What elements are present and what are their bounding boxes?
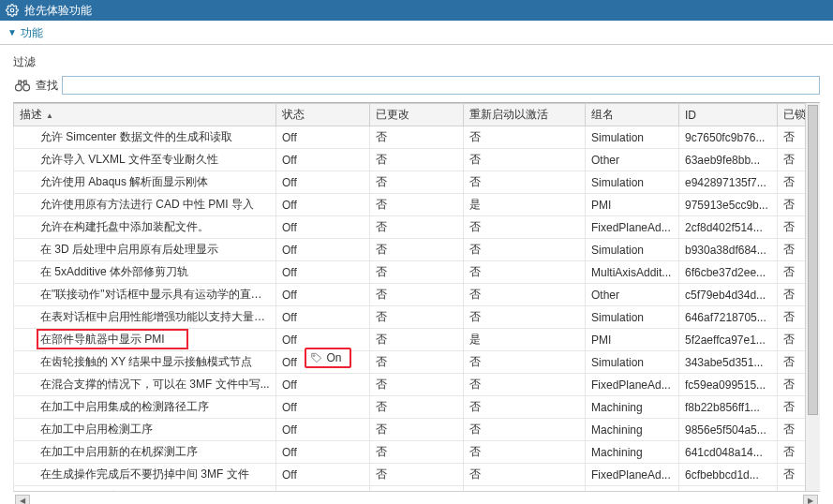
cell-state: Off (276, 441, 370, 464)
cell-locked: 否 (778, 396, 806, 419)
cell-desc: 允许 Simcenter 数据文件的生成和读取 (14, 126, 276, 149)
table-row[interactable]: 在"联接动作"对话框中显示具有运动学的直属...Off否否Otherc5f79e… (14, 284, 806, 306)
svg-point-2 (23, 84, 30, 91)
cell-locked: 否 (778, 464, 806, 486)
cell-id: 646af7218705... (679, 306, 778, 329)
table-row[interactable]: 允许使用原有方法进行 CAD 中性 PMI 导入Off否是PMI975913e5… (14, 194, 806, 216)
col-changed[interactable]: 已更改 (370, 104, 464, 126)
cell-restart: 否 (464, 149, 586, 171)
col-id[interactable]: ID (679, 104, 778, 126)
table-row[interactable]: 在表对话框中启用性能增强功能以支持大量数据Off否否Simulation646a… (14, 306, 806, 329)
sort-asc-icon: ▲ (46, 111, 53, 120)
cell-restart: 否 (464, 284, 586, 306)
col-group[interactable]: 组名 (586, 104, 679, 126)
cell-changed: 否 (370, 149, 464, 171)
table-row[interactable]: 在加工中启用检测工序Off否否Machining9856e5f504a5...否 (14, 419, 806, 441)
cell-changed: 否 (370, 351, 464, 374)
scrollbar-thumb[interactable] (808, 105, 818, 415)
cell-state: Off (276, 126, 370, 149)
table-row[interactable]: 在 3D 后处理中启用原有后处理显示Off否否Simulationb930a38… (14, 239, 806, 261)
table-row[interactable]: 允许导入 VLXML 文件至专业耐久性Off否否Other63aeb9fe8bb… (14, 149, 806, 171)
table-row[interactable]: 允许使用 Abaqus 解析面显示刚体Off否否Simulatione94289… (14, 171, 806, 194)
col-locked[interactable]: 已锁定 (778, 104, 806, 126)
col-restart[interactable]: 重新启动以激活 (464, 104, 586, 126)
cell-state: Off (276, 216, 370, 239)
svg-point-3 (313, 354, 315, 356)
tooltip-label: On (327, 351, 342, 364)
cell-changed: 否 (370, 171, 464, 194)
cell-locked: 否 (778, 329, 806, 351)
filter-area: 过滤 查找 (0, 45, 833, 102)
cell-group: Simulation (586, 126, 679, 149)
window-title: 抢先体验功能 (24, 0, 92, 21)
table-row[interactable]: 允许在构建托盘中添加装配文件。Off否否FixedPlaneAd...2cf8d… (14, 216, 806, 239)
table-row[interactable]: 在 5xAdditive 体外部修剪刀轨Off否否MultiAxisAddit.… (14, 261, 806, 284)
cell-desc: 在表对话框中启用性能增强功能以支持大量数据 (14, 306, 276, 329)
table-row[interactable]: 在加工中启用新的在机探测工序Off否否Machining641cd048a14.… (14, 441, 806, 464)
cell-group: Machining (586, 441, 679, 464)
cell-group: Machining (586, 396, 679, 419)
cell-state: Off (276, 419, 370, 441)
cell-locked: 否 (778, 239, 806, 261)
table-row[interactable]: 在生成操作完成后不要扔掉中间 3MF 文件Off否否FixedPlaneAd..… (14, 464, 806, 486)
cell-locked: 否 (778, 216, 806, 239)
cell-changed: 否 (370, 239, 464, 261)
cell-group: Simulation (586, 239, 679, 261)
cell-id: 63aeb9fe8bb... (679, 149, 778, 171)
search-input[interactable] (62, 76, 820, 95)
cell-changed: 否 (370, 261, 464, 284)
cell-restart: 否 (464, 126, 586, 149)
table-row[interactable]: 在部件导航器中显示 PMIOff否是PMI5f2aeffca97e1...否 (14, 329, 806, 351)
cell-desc: 在"联接动作"对话框中显示具有运动学的直属... (14, 284, 276, 306)
cell-desc: 在加工中启用集成的检测路径工序 (14, 396, 276, 419)
cell-state: Off (276, 374, 370, 396)
tooltip: On (305, 348, 351, 368)
table-row[interactable]: 在加工中启用集成的检测路径工序Off否否Machiningf8b22b856ff… (14, 396, 806, 419)
cell-group: Simulation (586, 171, 679, 194)
cell-id: b930a38df684... (679, 239, 778, 261)
col-desc[interactable]: 描述▲ (14, 104, 276, 126)
cell-state: Off (276, 171, 370, 194)
scroll-right-button[interactable]: ▶ (803, 495, 818, 504)
col-state[interactable]: 状态 (276, 104, 370, 126)
cell-state: Off (276, 239, 370, 261)
svg-point-1 (16, 84, 22, 91)
cell-id: 975913e5cc9b... (679, 194, 778, 216)
scroll-left-button[interactable]: ◀ (15, 495, 30, 504)
cell-id: 5f2aeffca97e1... (679, 329, 778, 351)
table-row[interactable]: 在齿轮接触的 XY 结果中显示接触模式节点Off否否Simulation343a… (14, 351, 806, 374)
cell-desc: 允许在构建托盘中添加装配文件。 (14, 216, 276, 239)
cell-restart: 否 (464, 306, 586, 329)
cell-changed: 否 (370, 306, 464, 329)
cell-locked: 否 (778, 149, 806, 171)
table-row[interactable]: 允许 Simcenter 数据文件的生成和读取Off否否Simulation9c… (14, 126, 806, 149)
cell-changed: 否 (370, 374, 464, 396)
table-row[interactable]: 在混合支撑的情况下，可以在 3MF 文件中写...Off否否FixedPlane… (14, 374, 806, 396)
cell-locked: 否 (778, 171, 806, 194)
cell-locked: 否 (778, 374, 806, 396)
cell-changed: 否 (370, 464, 464, 486)
cell-id: 2cf8d402f514... (679, 216, 778, 239)
cell-restart: 否 (464, 396, 586, 419)
section-header[interactable]: ▼ 功能 (0, 21, 833, 45)
cell-changed: 否 (370, 126, 464, 149)
cell-desc: 在 5xAdditive 体外部修剪刀轨 (14, 261, 276, 284)
cell-locked: 否 (778, 194, 806, 216)
cell-restart: 是 (464, 329, 586, 351)
cell-desc: 在齿轮接触的 XY 结果中显示接触模式节点 (14, 351, 276, 374)
cell-group: Simulation (586, 351, 679, 374)
cell-group: PMI (586, 194, 679, 216)
cell-restart: 否 (464, 374, 586, 396)
horizontal-scrollbar[interactable]: ◀ ▶ (13, 491, 820, 504)
vertical-scrollbar[interactable] (805, 103, 820, 491)
cell-state: Off (276, 194, 370, 216)
svg-point-0 (10, 8, 14, 12)
cell-id: c5f79eb4d34d... (679, 284, 778, 306)
collapse-arrow-icon: ▼ (7, 21, 17, 45)
gear-icon (6, 4, 19, 17)
cell-group: MultiAxisAddit... (586, 261, 679, 284)
cell-state: Off (276, 149, 370, 171)
cell-desc: 在部件导航器中显示 PMI (14, 329, 276, 351)
cell-restart: 否 (464, 239, 586, 261)
cell-group: Other (586, 284, 679, 306)
